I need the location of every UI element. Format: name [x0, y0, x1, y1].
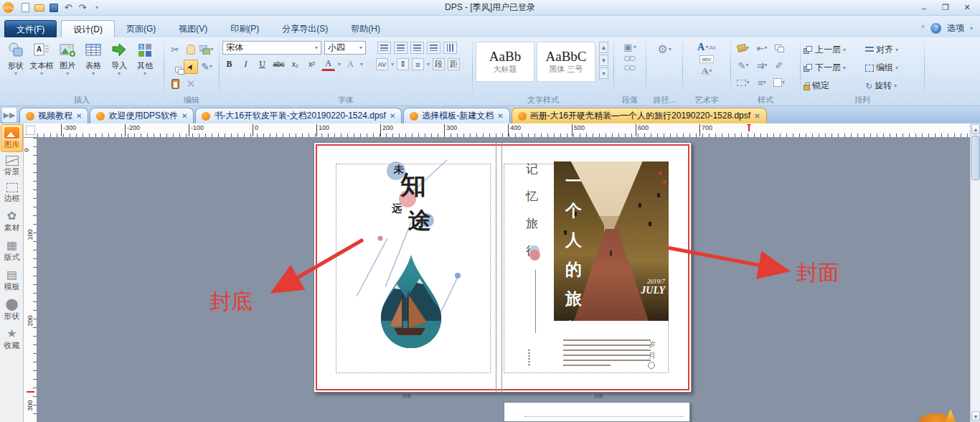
tab-view[interactable]: 视图(V) [167, 20, 219, 37]
insert-table-button[interactable]: 表格 ▾ [80, 39, 106, 76]
minimize-button[interactable]: – [914, 2, 934, 14]
vertical-ruler[interactable]: 0 100 200 300 [24, 138, 37, 422]
doc-tab-template[interactable]: 选择模板-新建文档 ✕ [403, 108, 509, 123]
collapse-ribbon-button[interactable]: ^ [921, 24, 925, 32]
shape-effects-button[interactable]: ▾ [773, 78, 785, 87]
outline-color-button[interactable]: ✎▾ [738, 60, 749, 71]
unlink-textboxes-button[interactable] [624, 65, 636, 71]
sidebar-item-material[interactable]: ✿ 素材 [1, 207, 23, 235]
close-tab-icon[interactable]: ✕ [182, 112, 187, 120]
indent-lines-button[interactable]: ⇤▾ [757, 43, 768, 54]
font-color-button[interactable]: A [321, 57, 335, 71]
align-center-button[interactable] [394, 42, 407, 54]
wordart-style-button[interactable]: abc [699, 55, 715, 63]
doc-tab-album-active[interactable]: 画册-大16开硬壳精装—一个人的旅行20190220-1528.dpsf ✕ [512, 108, 767, 123]
sidebar-item-favorites[interactable]: ★ 收藏 [1, 324, 23, 353]
copy-style-button[interactable] [775, 44, 784, 52]
lock-button[interactable]: 锁定 [804, 80, 865, 92]
char-color-button[interactable]: A [344, 57, 357, 71]
front-cover-spine-title[interactable]: 记 忆 旅 行 [526, 161, 538, 259]
panel-expand-button[interactable]: ▶▶ [1, 107, 17, 123]
strikethrough-button[interactable]: abc [272, 57, 286, 71]
annotation-back-cover-label[interactable]: 封底 [209, 287, 253, 316]
cut-button[interactable]: ✂ [171, 44, 179, 55]
text-style-big-title[interactable]: AaBb 大标题 [476, 42, 534, 82]
tab-help[interactable]: 帮助(H) [339, 20, 392, 37]
insert-other-button[interactable]: 5 其他 ▾ [132, 39, 158, 76]
underline-button[interactable]: U [255, 57, 269, 71]
link-textboxes-button[interactable] [624, 56, 636, 62]
line-style-button[interactable]: ▾ [737, 80, 749, 86]
superscript-button[interactable]: x² [305, 57, 319, 71]
cover-body-text[interactable] [563, 339, 651, 363]
arrow-style-button[interactable]: ⇉▾ [757, 60, 768, 71]
insert-picture-button[interactable]: 图片 ▾ [55, 39, 80, 76]
text-wrap-button[interactable]: ▣▾ [623, 42, 636, 52]
scroll-down-button[interactable]: ▼ [971, 411, 980, 421]
doc-tab-video-tutorial[interactable]: 视频教程 ✕ [19, 108, 88, 123]
maximize-button[interactable]: ❐ [936, 2, 956, 14]
italic-button[interactable]: I [239, 57, 253, 71]
insert-shape-button[interactable]: 形状 ▾ [3, 39, 29, 76]
sidebar-item-shape[interactable]: ⬤ 形状 [1, 295, 23, 324]
scroll-up-button[interactable]: ▲ [971, 124, 980, 134]
char-spacing-button[interactable]: AV [376, 58, 388, 70]
group-objects-button[interactable]: 编组▾ [865, 62, 921, 74]
next-spread-page[interactable] [504, 402, 690, 422]
paste-button[interactable] [171, 79, 179, 89]
style-scroll-down-button[interactable]: ▼ [599, 55, 608, 66]
wordart-color-button[interactable]: A▾Ab [697, 42, 716, 53]
vertical-scrollbar[interactable]: ▲ ▼ [970, 123, 980, 422]
spacing-settings-button[interactable]: 距 [448, 58, 460, 70]
font-size-select[interactable]: 小四▾ [324, 41, 366, 55]
columns-button[interactable]: ≡ [412, 58, 424, 70]
scrollbar-thumb[interactable] [971, 136, 980, 180]
text-style-heiti[interactable]: AaBbC 黑体 三号 [537, 42, 595, 82]
sidebar-item-border[interactable]: 边框 [1, 180, 23, 206]
back-cover-title-char[interactable]: 途 [408, 205, 431, 237]
send-backward-button[interactable]: 下一层▾ [804, 62, 865, 74]
bring-forward-button[interactable]: 上一层▾ [804, 44, 865, 56]
style-scroll-up-button[interactable]: ▲ [599, 42, 608, 53]
close-tab-icon[interactable]: ✕ [754, 112, 760, 120]
fill-color-button[interactable]: ▾ [738, 44, 749, 52]
doc-tab-welcome[interactable]: 欢迎使用DPS软件 ✕ [90, 108, 194, 123]
horizontal-ruler[interactable]: -300 -200 -100 0 100 200 300 400 500 600… [24, 123, 970, 138]
sidebar-item-gallery[interactable]: 图库 [1, 124, 23, 152]
align-button[interactable]: 对齐▾ [865, 44, 921, 56]
vertical-text-button[interactable] [443, 42, 457, 54]
rotate-button[interactable]: ↻旋转▾ [865, 80, 921, 92]
insert-textbox-button[interactable]: A 文本框 ▾ [29, 39, 55, 76]
help-icon[interactable]: ? [930, 23, 941, 34]
tab-design[interactable]: 设计(D) [61, 20, 115, 37]
style-gallery-more-button[interactable]: ▾ [599, 67, 608, 79]
align-justify-button[interactable] [427, 42, 440, 54]
cover-date[interactable]: 2019/7 JULY [641, 278, 665, 296]
wordart-shadow-button[interactable]: A▾ [702, 65, 712, 77]
select-tool-button[interactable]: ➤ [184, 60, 198, 74]
front-cover-photo[interactable]: 一 个 人 的 旅 行 2019/7 JULY [554, 161, 669, 321]
sidebar-item-template[interactable]: ▤ 模板 [1, 266, 23, 294]
sidebar-item-background[interactable]: 背景 [1, 153, 23, 179]
path-text-button[interactable]: ⚙▾ [657, 42, 671, 56]
crop-button[interactable]: ✎▾ [201, 61, 212, 72]
format-painter-button[interactable]: ✐ [776, 60, 783, 71]
delete-button[interactable]: ✕ [187, 78, 196, 90]
front-cover-title[interactable]: 一 个 人 的 旅 行 [565, 170, 582, 321]
back-cover-title-char[interactable]: 知 [400, 168, 426, 203]
close-button[interactable]: ✕ [957, 2, 977, 14]
doc-tab-book[interactable]: 书-大16开软皮平装-文档20190220-1524.dpsf ✕ [195, 108, 402, 123]
close-tab-icon[interactable]: ✕ [390, 112, 395, 120]
side-caption-text[interactable]: 岁 月 [649, 339, 656, 361]
tab-print[interactable]: 印刷(P) [219, 20, 270, 37]
line-spacing-button[interactable]: ⇕ [397, 58, 409, 70]
back-cover-title-char[interactable]: 远 [392, 202, 402, 215]
subscript-button[interactable]: x₂ [288, 57, 302, 71]
align-left-button[interactable] [377, 42, 391, 54]
tab-share-export[interactable]: 分享导出(S) [270, 20, 339, 37]
font-family-select[interactable]: 宋体▾ [222, 41, 321, 55]
tab-page[interactable]: 页面(G) [115, 20, 167, 37]
options-button[interactable]: 选项 [947, 22, 964, 34]
annotation-front-cover-label[interactable]: 封面 [796, 258, 839, 288]
close-tab-icon[interactable]: ✕ [76, 112, 82, 120]
